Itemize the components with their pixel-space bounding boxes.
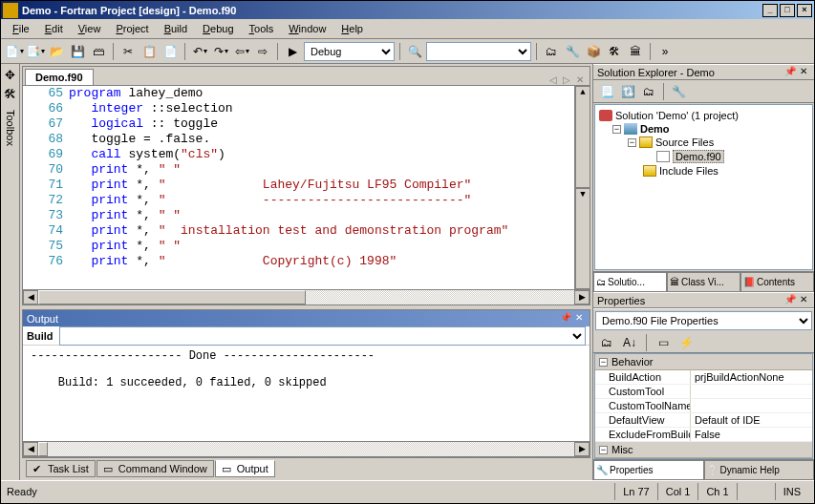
alphabetical-button[interactable]: A↓	[620, 333, 639, 352]
se-tab-0[interactable]: 🗂Solutio...	[593, 272, 667, 292]
properties-grid[interactable]: −Behavior BuildActionprjBuildActionNoneC…	[594, 353, 813, 459]
tab-icon: 🗂	[596, 277, 606, 287]
code-area[interactable]: program lahey_demo integer ::selection l…	[69, 86, 574, 289]
expander-icon[interactable]: −	[599, 446, 608, 454]
menu-view[interactable]: View	[71, 21, 109, 36]
prop-value[interactable]	[691, 399, 812, 412]
save-all-button[interactable]: 🗃	[89, 42, 108, 61]
output-hscroll[interactable]: ◀▶	[23, 441, 590, 456]
right-tab-dynamic-help[interactable]: ❔Dynamic Help	[704, 460, 815, 480]
new-project-button[interactable]: 📄▾	[5, 42, 24, 61]
tab-close-button[interactable]: ✕	[574, 74, 586, 85]
properties-button[interactable]: 🔧	[669, 82, 688, 101]
nav-fwd-button[interactable]: ⇨	[253, 42, 272, 61]
bottom-tab-output[interactable]: ▭Output	[215, 460, 275, 477]
menu-build[interactable]: Build	[157, 21, 195, 36]
panel-close-button[interactable]: ✕	[797, 294, 810, 307]
refresh-button[interactable]: 🔃	[618, 82, 637, 101]
editor-vscroll[interactable]: ▲▼	[574, 86, 590, 289]
category-misc: Misc	[611, 444, 633, 455]
maximize-button[interactable]: □	[780, 4, 795, 17]
se-tab-2[interactable]: 📕Contents	[740, 272, 814, 292]
minimize-button[interactable]: _	[762, 4, 778, 17]
prop-value[interactable]	[691, 385, 812, 398]
prop-name: ExcludeFromBuild	[595, 428, 691, 441]
tab-prev-button[interactable]: ◁	[547, 74, 559, 85]
events-button[interactable]: ⚡	[676, 333, 696, 352]
folder-icon	[639, 136, 653, 148]
se-tab-1[interactable]: 🏛Class Vi...	[667, 272, 740, 292]
prop-row-customtool[interactable]: CustomTool	[595, 385, 812, 399]
category-behavior: Behavior	[611, 356, 653, 368]
folder-source-files[interactable]: Source Files	[655, 136, 714, 148]
menu-help[interactable]: Help	[333, 21, 371, 36]
status-col: Col 1	[657, 483, 698, 500]
expander-icon[interactable]: −	[628, 138, 636, 147]
right-tab-properties[interactable]: 🔧Properties	[593, 460, 704, 480]
menu-window[interactable]: Window	[281, 21, 333, 36]
solution-node[interactable]: Solution 'Demo' (1 project)	[615, 110, 739, 121]
close-button[interactable]: ×	[797, 4, 812, 17]
output-category-combo[interactable]	[59, 326, 587, 346]
editor-tab-demo[interactable]: Demo.f90	[25, 69, 94, 85]
titlebar: Demo - Fortran Project [design] - Demo.f…	[1, 1, 814, 19]
menu-tools[interactable]: Tools	[242, 21, 282, 36]
find-button[interactable]: 🔍	[405, 42, 424, 61]
redo-button[interactable]: ↷▾	[211, 42, 230, 61]
pin-icon[interactable]: 📌	[783, 294, 797, 307]
nav-back-button[interactable]: ⇦▾	[232, 42, 251, 61]
pin-icon[interactable]: 📌	[783, 66, 797, 79]
paste-button[interactable]: 📄	[161, 42, 180, 61]
prop-value[interactable]: prjBuildActionNone	[691, 370, 812, 384]
expander-icon[interactable]: −	[599, 358, 608, 367]
copy-button[interactable]: 📋	[139, 42, 159, 61]
start-button[interactable]: ▶	[283, 42, 302, 61]
prop-row-buildaction[interactable]: BuildActionprjBuildActionNone	[595, 370, 812, 385]
toolbox-sidebar[interactable]: ✥ 🛠 Toolbox	[1, 64, 20, 480]
prop-value[interactable]: Default of IDE	[691, 413, 812, 427]
prop-row-excludefrombuild[interactable]: ExcludeFromBuildFalse	[595, 428, 812, 442]
hammer-icon: 🛠	[3, 87, 18, 102]
view-code-button[interactable]: 📃	[597, 82, 616, 101]
expander-icon[interactable]: −	[612, 125, 621, 134]
tab-next-button[interactable]: ▷	[561, 74, 572, 85]
menu-edit[interactable]: Edit	[37, 21, 71, 36]
undo-button[interactable]: ↶▾	[190, 42, 209, 61]
solution-tree[interactable]: Solution 'Demo' (1 project) −Demo −Sourc…	[594, 104, 813, 270]
solution-explorer-button[interactable]: 🗂	[542, 42, 561, 61]
find-combo[interactable]	[426, 42, 531, 61]
output-panel: Output 📌 ✕ Build ---------------------- …	[22, 309, 590, 457]
object-browser-button[interactable]: 📦	[584, 42, 603, 61]
file-demo-f90[interactable]: Demo.f90	[673, 150, 724, 163]
bottom-tab-command-window[interactable]: ▭Command Window	[97, 460, 214, 477]
folder-include-files[interactable]: Include Files	[659, 165, 718, 177]
property-pages-button[interactable]: ▭	[654, 333, 673, 352]
bottom-tabstrip: ✔Task List▭Command Window▭Output	[22, 457, 590, 478]
show-all-button[interactable]: 🗂	[639, 82, 658, 101]
class-view-button[interactable]: 🏛	[626, 42, 645, 61]
menu-file[interactable]: File	[5, 21, 37, 36]
properties-button[interactable]: 🔧	[563, 42, 582, 61]
output-text[interactable]: ---------------------- Done ------------…	[23, 346, 590, 441]
categorized-button[interactable]: 🗂	[597, 333, 616, 352]
pin-icon[interactable]: 📌	[559, 312, 572, 326]
config-combo[interactable]: Debug	[304, 42, 395, 61]
toolbox-button[interactable]: 🛠	[605, 42, 624, 61]
add-item-button[interactable]: 📑▾	[26, 42, 45, 61]
panel-close-button[interactable]: ✕	[572, 312, 586, 326]
open-button[interactable]: 📂	[47, 42, 66, 61]
bottom-tab-task-list[interactable]: ✔Task List	[26, 460, 96, 477]
menu-project[interactable]: Project	[108, 21, 156, 36]
editor-hscroll[interactable]: ◀▶	[23, 289, 590, 304]
menu-debug[interactable]: Debug	[195, 21, 241, 36]
prop-row-customtoolnamesp[interactable]: CustomToolNamesp	[595, 399, 812, 413]
panel-close-button[interactable]: ✕	[797, 66, 810, 79]
save-button[interactable]: 💾	[68, 42, 87, 61]
cut-button[interactable]: ✂	[118, 42, 138, 61]
pointer-icon: ✥	[3, 68, 18, 83]
properties-object-combo[interactable]: Demo.f90 File Properties	[595, 311, 812, 330]
prop-value[interactable]: False	[691, 428, 812, 441]
toolbar-options-button[interactable]: »	[655, 42, 675, 61]
project-node[interactable]: Demo	[640, 123, 670, 135]
prop-row-defaultview[interactable]: DefaultViewDefault of IDE	[595, 413, 812, 428]
